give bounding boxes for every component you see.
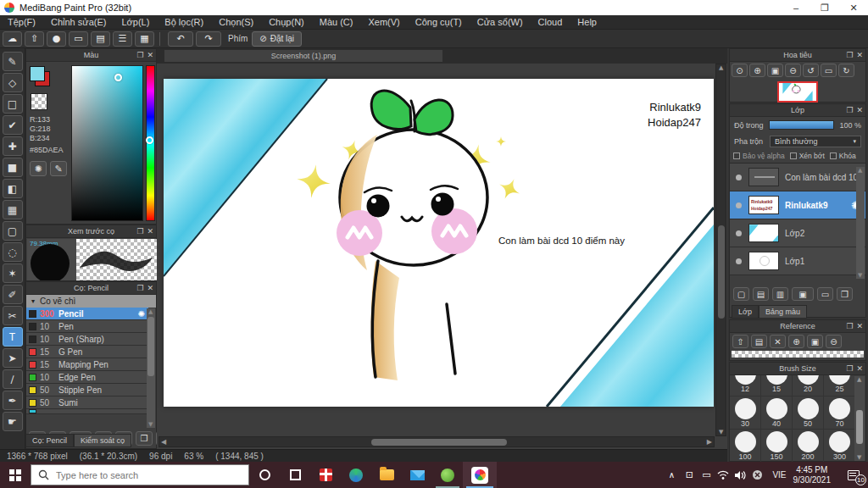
- snap-tool[interactable]: ✔: [3, 115, 23, 135]
- close-icon[interactable]: ✕: [147, 282, 153, 295]
- close-icon[interactable]: ✕: [856, 49, 863, 62]
- tab-layers[interactable]: Lớp: [732, 305, 759, 319]
- hidden-icons-chevron[interactable]: ∧: [662, 462, 681, 488]
- brush-size-300[interactable]: 300: [824, 429, 855, 462]
- search-input[interactable]: [56, 470, 234, 480]
- navigator-thumbnail[interactable]: [777, 81, 818, 103]
- brush-size-70[interactable]: 70: [824, 396, 855, 429]
- menu-chup[interactable]: Chụp(N): [261, 15, 312, 29]
- menu-cua-so[interactable]: Cửa sổ(W): [470, 15, 531, 29]
- disconnected-tray-icon[interactable]: [748, 462, 765, 488]
- rotate-left-icon[interactable]: ↺: [803, 64, 819, 77]
- layer-visibility-icon[interactable]: [736, 202, 742, 208]
- brush-size-200[interactable]: 200: [793, 429, 824, 462]
- settings-list-icon[interactable]: ☰: [113, 31, 132, 47]
- grid-edit-icon[interactable]: ▦: [135, 31, 154, 47]
- eyedropper-tool[interactable]: ✒: [3, 391, 23, 410]
- minimize-button[interactable]: –: [782, 0, 810, 15]
- brush-size-50[interactable]: 50: [793, 396, 824, 429]
- reference-open-canvas-icon[interactable]: ⇧: [732, 335, 748, 348]
- divide-tool[interactable]: ∕: [3, 369, 23, 389]
- sv-cursor[interactable]: [114, 74, 122, 81]
- zoom-out-icon[interactable]: ⊖: [785, 64, 801, 77]
- palette-edit-icon[interactable]: ✎: [50, 161, 67, 176]
- start-button[interactable]: [0, 462, 31, 488]
- brush-row-pen[interactable]: 10Pen: [26, 320, 148, 333]
- brush-group-header[interactable]: ▾ Co vẽ chì: [26, 295, 156, 308]
- brush-row-edge-pen[interactable]: 10Edge Pen: [26, 371, 148, 384]
- popout-icon[interactable]: ❐: [136, 49, 143, 62]
- reset-view-icon[interactable]: ▭: [821, 64, 837, 77]
- menu-cloud[interactable]: Cloud: [531, 15, 570, 29]
- layer-row-rinlukatk9[interactable]: Rinlukatk9 Hoidap247 Rinlukatk9 ✺: [730, 191, 865, 219]
- select-pen-tool[interactable]: ✐: [3, 285, 23, 304]
- alpha-protect-checkbox[interactable]: Bảo vệ alpha: [733, 152, 785, 160]
- brush-size-scrollbar[interactable]: ▲ ▼: [854, 376, 865, 461]
- layer-new-8bit-icon[interactable]: ▤: [753, 287, 769, 301]
- redo-button[interactable]: ↷: [196, 31, 221, 47]
- brush-row-pencil[interactable]: 300Pencil ✺: [26, 308, 148, 320]
- document-icon[interactable]: ▤: [91, 31, 110, 47]
- menu-cong-cu[interactable]: Công cụ(T): [408, 15, 470, 29]
- edge-browser-icon[interactable]: [341, 462, 371, 488]
- brush-row-g-pen[interactable]: 15G Pen: [26, 346, 148, 358]
- layer-row-lop1[interactable]: Lớp1: [730, 247, 865, 275]
- close-icon[interactable]: ✕: [147, 225, 153, 238]
- menu-tep[interactable]: Tệp(F): [0, 15, 43, 29]
- canvas-vertical-scrollbar[interactable]: ▲ ▼: [715, 64, 726, 436]
- clock[interactable]: 4:45 PM 9/30/2021: [793, 465, 832, 485]
- gradient-tool[interactable]: ▦: [3, 200, 23, 219]
- brush-row-mapping-pen[interactable]: 15Mapping Pen: [26, 358, 148, 371]
- close-button[interactable]: ✕: [839, 0, 868, 15]
- hue-slider[interactable]: [146, 65, 155, 221]
- brush-size-12[interactable]: 12: [730, 375, 761, 396]
- mail-app-icon[interactable]: [402, 462, 432, 488]
- zoom-in-icon[interactable]: ⊕: [749, 64, 765, 77]
- layer-visibility-icon[interactable]: [736, 175, 742, 180]
- volume-tray-icon[interactable]: [732, 462, 748, 488]
- menu-xem[interactable]: Xem(V): [360, 15, 407, 29]
- menu-bo-loc[interactable]: Bộ lọc(R): [157, 15, 211, 29]
- upload-icon[interactable]: ⇧: [25, 31, 44, 47]
- language-indicator[interactable]: VIE: [772, 470, 786, 480]
- brush-size-15[interactable]: 15: [761, 375, 793, 396]
- menu-mau[interactable]: Màu (C): [312, 15, 361, 29]
- canvas-document[interactable]: Rinlukatk9 Hoidap247 Con làm bài dcd 10 …: [164, 79, 714, 407]
- layer-row-lop2[interactable]: Lớp2: [730, 219, 865, 247]
- menu-lop[interactable]: Lớp(L): [114, 15, 157, 29]
- palette-icon[interactable]: ✺: [30, 161, 47, 176]
- reference-zoom-out-icon[interactable]: ⊖: [826, 335, 842, 348]
- canvas-horizontal-scrollbar[interactable]: ◀ ▶: [159, 436, 715, 447]
- brush-size-40[interactable]: 40: [761, 396, 793, 429]
- lasso-tool[interactable]: ◌: [3, 242, 23, 262]
- layer-list-scrollbar[interactable]: ▲ ▼: [856, 167, 865, 279]
- select-tool[interactable]: ▢: [3, 221, 23, 241]
- taskbar-search[interactable]: [31, 464, 249, 485]
- pc-tray-icon[interactable]: ⊡: [681, 462, 698, 488]
- menu-chinh-sua[interactable]: Chỉnh sửa(E): [43, 15, 114, 29]
- task-view-icon[interactable]: [280, 462, 310, 488]
- brush-settings-gear-icon[interactable]: ✺: [138, 309, 145, 319]
- reference-clear-icon[interactable]: ✕: [770, 335, 786, 348]
- saturation-value-picker[interactable]: [71, 65, 143, 221]
- brush-duplicate-icon[interactable]: ❐: [136, 431, 153, 446]
- opacity-slider[interactable]: [769, 120, 835, 130]
- tab-color-swatches[interactable]: Bảng màu: [759, 305, 807, 319]
- layer-new-icon[interactable]: ▢: [733, 287, 749, 301]
- popout-icon[interactable]: ❐: [136, 225, 143, 238]
- magic-wand-tool[interactable]: ✶: [3, 263, 23, 283]
- lock-checkbox[interactable]: Khóa: [830, 152, 856, 160]
- brush-list-scrollbar[interactable]: ▲ ▼: [147, 308, 155, 428]
- brush-row-partial[interactable]: [26, 409, 148, 414]
- reference-open-file-icon[interactable]: ▤: [751, 335, 767, 348]
- layer-duplicate-icon[interactable]: ❐: [837, 287, 853, 301]
- shape-brush-tool[interactable]: □: [3, 94, 23, 114]
- comment-icon[interactable]: ●: [47, 31, 66, 47]
- gift-app-icon[interactable]: [310, 462, 341, 488]
- close-icon[interactable]: ✕: [856, 104, 863, 117]
- popout-icon[interactable]: ❐: [846, 104, 853, 117]
- brush-size-25[interactable]: 25: [824, 375, 855, 396]
- brush-row-stipple-pen[interactable]: 50Stipple Pen: [26, 384, 148, 396]
- layer-add-menu-icon[interactable]: ▣: [792, 287, 814, 301]
- menu-chon[interactable]: Chọn(S): [211, 15, 261, 29]
